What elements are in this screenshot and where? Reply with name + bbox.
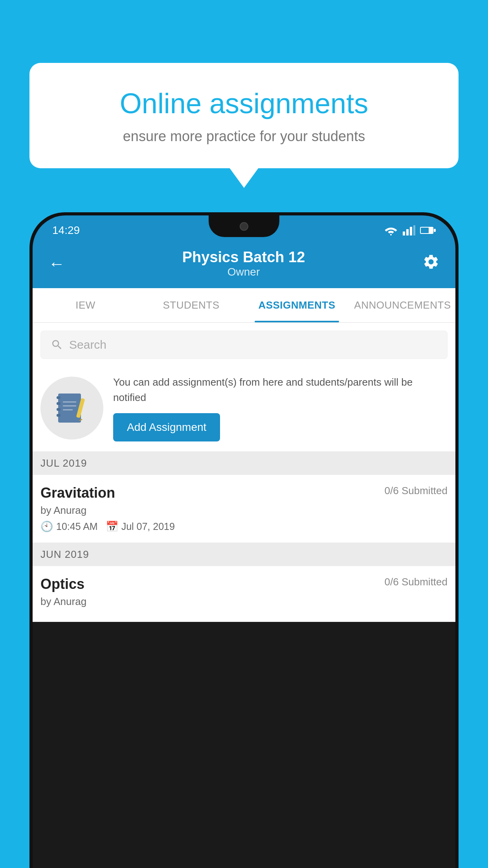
header-subtitle: Owner bbox=[182, 266, 305, 278]
assignment-name-optics: Optics bbox=[40, 576, 84, 592]
svg-rect-0 bbox=[403, 232, 405, 235]
svg-rect-12 bbox=[63, 401, 76, 403]
svg-rect-3 bbox=[413, 225, 415, 235]
wifi-icon bbox=[384, 225, 398, 235]
promo-description: You can add assignment(s) from here and … bbox=[113, 375, 448, 405]
assignment-item-gravitation[interactable]: Gravitation 0/6 Submitted by Anurag 🕙 10… bbox=[33, 475, 455, 543]
month-header-jun: JUN 2019 bbox=[33, 543, 455, 566]
calendar-icon: 📅 bbox=[106, 520, 118, 533]
assignment-submitted: 0/6 Submitted bbox=[385, 485, 448, 497]
promo-section: You can add assignment(s) from here and … bbox=[33, 365, 455, 452]
phone-notch bbox=[209, 215, 279, 237]
search-icon bbox=[51, 338, 63, 351]
notebook-icon bbox=[54, 390, 90, 426]
search-bar[interactable]: Search bbox=[40, 331, 448, 359]
app-header: ← Physics Batch 12 Owner bbox=[33, 241, 455, 288]
assignment-name: Gravitation bbox=[40, 485, 115, 501]
header-center: Physics Batch 12 Owner bbox=[182, 249, 305, 278]
tab-students[interactable]: STUDENTS bbox=[138, 288, 244, 322]
month-header-jul: JUL 2019 bbox=[33, 452, 455, 475]
screen-content: Search bbox=[33, 323, 455, 622]
promo-icon-circle bbox=[40, 377, 103, 440]
phone-inner: 14:29 bbox=[33, 215, 455, 868]
svg-rect-6 bbox=[434, 229, 436, 232]
svg-rect-10 bbox=[57, 408, 61, 411]
svg-rect-9 bbox=[57, 402, 61, 405]
svg-rect-14 bbox=[63, 409, 73, 410]
assignment-time: 🕙 10:45 AM bbox=[40, 520, 98, 533]
assignment-top: Gravitation 0/6 Submitted bbox=[40, 485, 448, 501]
bubble-title: Online assignments bbox=[57, 86, 431, 120]
assignment-item-optics[interactable]: Optics 0/6 Submitted by Anurag bbox=[33, 566, 455, 622]
assignment-by-optics: by Anurag bbox=[40, 596, 448, 608]
assignment-by: by Anurag bbox=[40, 504, 448, 517]
speech-bubble-container: Online assignments ensure more practice … bbox=[29, 63, 459, 168]
camera bbox=[240, 222, 248, 231]
assignment-top-optics: Optics 0/6 Submitted bbox=[40, 576, 448, 592]
svg-rect-13 bbox=[63, 405, 76, 406]
speech-bubble: Online assignments ensure more practice … bbox=[29, 63, 459, 168]
svg-rect-8 bbox=[57, 396, 61, 399]
status-icons bbox=[384, 225, 436, 235]
tab-iew[interactable]: IEW bbox=[33, 288, 138, 322]
settings-button[interactable] bbox=[422, 253, 440, 274]
bubble-subtitle: ensure more practice for your students bbox=[57, 128, 431, 145]
search-placeholder: Search bbox=[69, 338, 106, 351]
signal-icon bbox=[403, 225, 415, 235]
svg-rect-5 bbox=[421, 228, 429, 233]
assignment-meta: 🕙 10:45 AM 📅 Jul 07, 2019 bbox=[40, 520, 448, 533]
phone-frame: 14:29 bbox=[29, 212, 459, 868]
assignment-submitted-optics: 0/6 Submitted bbox=[385, 576, 448, 588]
svg-rect-11 bbox=[57, 414, 61, 417]
status-time: 14:29 bbox=[52, 224, 80, 237]
header-title: Physics Batch 12 bbox=[182, 249, 305, 266]
battery-icon bbox=[420, 226, 436, 235]
svg-rect-7 bbox=[58, 394, 81, 423]
clock-icon: 🕙 bbox=[40, 520, 53, 533]
tabs-container: IEW STUDENTS ASSIGNMENTS ANNOUNCEMENTS bbox=[33, 288, 455, 323]
assignment-date: 📅 Jul 07, 2019 bbox=[106, 520, 175, 533]
tab-announcements[interactable]: ANNOUNCEMENTS bbox=[350, 288, 455, 322]
add-assignment-button[interactable]: Add Assignment bbox=[113, 413, 220, 441]
svg-rect-2 bbox=[410, 227, 412, 235]
svg-rect-1 bbox=[406, 229, 409, 235]
promo-text-area: You can add assignment(s) from here and … bbox=[113, 375, 448, 441]
back-button[interactable]: ← bbox=[48, 254, 65, 273]
gear-icon bbox=[422, 253, 440, 270]
tab-assignments[interactable]: ASSIGNMENTS bbox=[244, 288, 350, 322]
